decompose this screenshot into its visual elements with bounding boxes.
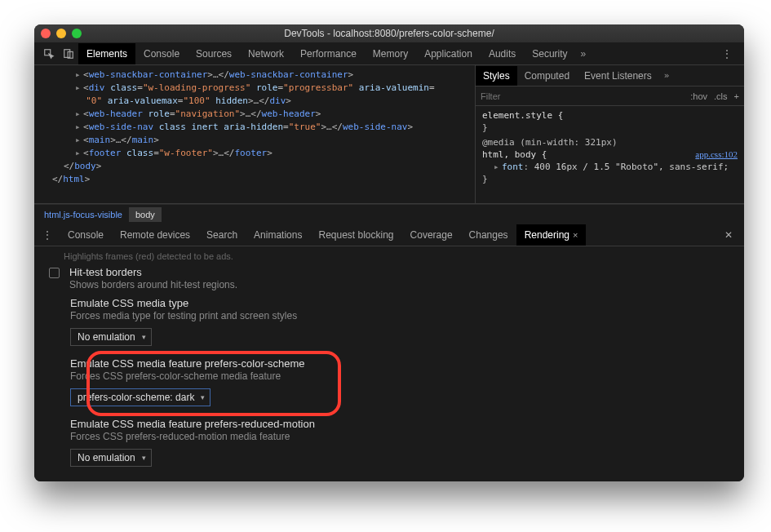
drawer-tab-console[interactable]: Console	[60, 224, 112, 246]
section-select[interactable]: prefers-color-scheme: dark▾	[70, 388, 210, 406]
breadcrumb-item[interactable]: html.js-focus-visible	[38, 207, 129, 222]
emulate-section: Emulate CSS media feature prefers-reduce…	[70, 418, 729, 467]
css-prop-name: font	[502, 162, 524, 172]
hit-test-borders-title: Hit-test borders	[69, 266, 237, 278]
main-tab-audits[interactable]: Audits	[481, 43, 524, 64]
drawer-tabs: ⋮ ConsoleRemote devicesSearchAnimationsR…	[34, 224, 744, 246]
chevron-down-icon: ▾	[142, 454, 146, 462]
styles-rules[interactable]: element.style { } @media (min-width: 321…	[476, 106, 744, 188]
styles-panel: StylesComputedEvent Listeners » Filter :…	[475, 65, 744, 203]
close-tab-icon[interactable]: ×	[573, 230, 578, 240]
inspect-element-icon[interactable]	[39, 46, 59, 62]
drawer-tab-remote-devices[interactable]: Remote devices	[112, 224, 198, 246]
main-tab-console[interactable]: Console	[135, 43, 188, 64]
emulate-section: Emulate CSS media feature prefers-color-…	[70, 357, 729, 406]
more-tabs-icon[interactable]: »	[576, 48, 592, 60]
hov-toggle[interactable]: :hov	[690, 91, 707, 101]
section-desc: Forces CSS prefers-reduced-motion media …	[70, 431, 729, 442]
chevron-down-icon: ▾	[201, 393, 205, 401]
main-tab-elements[interactable]: Elements	[78, 43, 135, 64]
select-value: No emulation	[78, 331, 135, 343]
styles-filter-input[interactable]: Filter	[481, 91, 684, 101]
source-link[interactable]: app.css:102	[695, 149, 738, 161]
main-tab-performance[interactable]: Performance	[292, 43, 365, 64]
drawer-tab-rendering[interactable]: Rendering×	[516, 224, 587, 246]
css-prop-value: 400 16px / 1.5 "Roboto", sans-serif;	[534, 162, 729, 172]
section-desc: Forces media type for testing print and …	[70, 310, 729, 321]
styles-filter-row: Filter :hov .cls +	[476, 86, 744, 106]
faint-prev-desc: Highlights frames (red) detected to be a…	[49, 251, 729, 261]
rendering-drawer: Highlights frames (red) detected to be a…	[34, 246, 744, 481]
media-rule: @media (min-width: 321px)	[482, 137, 618, 148]
hit-test-borders-desc: Shows borders around hit-test regions.	[69, 279, 237, 290]
main-tab-application[interactable]: Application	[416, 43, 481, 64]
breadcrumb-item[interactable]: body	[129, 207, 162, 222]
main-tab-sources[interactable]: Sources	[188, 43, 240, 64]
styles-tab-styles[interactable]: Styles	[476, 66, 517, 86]
section-select[interactable]: No emulation▾	[70, 449, 152, 467]
element-style-selector: element.style {	[482, 110, 563, 121]
emulate-section: Emulate CSS media typeForces media type …	[70, 297, 729, 346]
drawer-tab-coverage[interactable]: Coverage	[402, 224, 461, 246]
toggle-device-icon[interactable]	[59, 46, 78, 62]
dom-tree[interactable]: ▸<web-snackbar-container>…</web-snackbar…	[34, 65, 475, 203]
brace: }	[482, 122, 488, 133]
drawer-tab-animations[interactable]: Animations	[246, 224, 310, 246]
section-select[interactable]: No emulation▾	[70, 328, 152, 346]
new-style-rule-button[interactable]: +	[734, 91, 739, 101]
section-title: Emulate CSS media type	[70, 297, 729, 309]
section-title: Emulate CSS media feature prefers-color-…	[70, 357, 729, 370]
styles-more-tabs-icon[interactable]: »	[659, 70, 675, 81]
styles-tab-event-listeners[interactable]: Event Listeners	[577, 66, 659, 86]
main-menu-kebab-icon[interactable]: ⋮	[716, 48, 739, 60]
titlebar: DevTools - localhost:8080/prefers-color-…	[34, 24, 744, 42]
window-title: DevTools - localhost:8080/prefers-color-…	[34, 28, 744, 39]
main-tabs: ElementsConsoleSourcesNetworkPerformance…	[34, 42, 744, 65]
chevron-down-icon: ▾	[142, 333, 146, 341]
main-tab-security[interactable]: Security	[524, 43, 575, 64]
drawer-tab-search[interactable]: Search	[198, 224, 246, 246]
drawer-tab-request-blocking[interactable]: Request blocking	[310, 224, 401, 246]
styles-tab-computed[interactable]: Computed	[517, 66, 577, 86]
close-drawer-button[interactable]: ✕	[716, 229, 741, 241]
section-title: Emulate CSS media feature prefers-reduce…	[70, 418, 729, 430]
hit-test-borders-row: Hit-test borders Shows borders around hi…	[49, 266, 729, 290]
dom-breadcrumbs: html.js-focus-visiblebody	[34, 204, 744, 224]
drawer-menu-kebab-icon[interactable]: ⋮	[38, 229, 58, 241]
section-desc: Forces CSS prefers-color-scheme media fe…	[70, 370, 729, 382]
select-value: No emulation	[78, 452, 135, 463]
cls-toggle[interactable]: .cls	[714, 91, 728, 101]
main-tab-network[interactable]: Network	[240, 43, 292, 64]
devtools-window: DevTools - localhost:8080/prefers-color-…	[34, 24, 744, 481]
css-selector: html, body {	[482, 149, 547, 160]
drawer-tab-changes[interactable]: Changes	[461, 224, 516, 246]
main-tab-memory[interactable]: Memory	[365, 43, 416, 64]
styles-tabs: StylesComputedEvent Listeners »	[476, 65, 744, 86]
hit-test-borders-checkbox[interactable]	[49, 268, 60, 278]
brace: }	[482, 174, 488, 184]
svg-rect-1	[64, 49, 70, 57]
elements-split: ▸<web-snackbar-container>…</web-snackbar…	[34, 65, 744, 204]
select-value: prefers-color-scheme: dark	[78, 392, 194, 403]
